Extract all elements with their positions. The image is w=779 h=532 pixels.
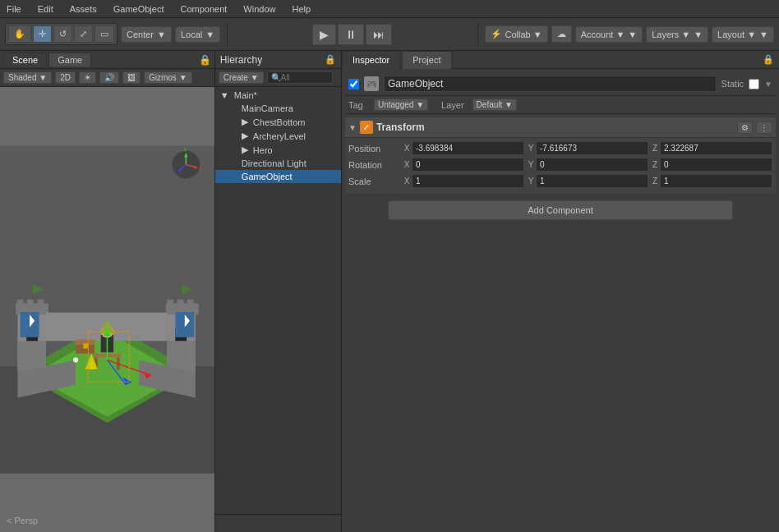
tab-game[interactable]: Game	[48, 53, 91, 66]
lighting-btn[interactable]: ☀	[79, 71, 96, 84]
center-dropdown[interactable]: Center ▼	[121, 26, 172, 43]
rotation-label: Rotation	[348, 160, 402, 170]
persp-label: < Persp	[7, 516, 38, 525]
menu-edit[interactable]: Edit	[35, 2, 57, 16]
hierarchy-toolbar: Create ▼	[215, 69, 341, 87]
position-y-input[interactable]	[536, 141, 648, 155]
svg-rect-15	[177, 300, 184, 307]
hierarchy-item-chestbottom[interactable]: ▶ ChestBottom	[215, 115, 341, 129]
tab-inspector[interactable]: Inspector	[342, 51, 400, 69]
gameobject-header: 🎮 Static ▼	[345, 72, 776, 96]
position-z-input[interactable]	[660, 141, 772, 155]
2d-button[interactable]: 2D	[55, 71, 76, 84]
rotation-xyz: X Y Z	[402, 158, 772, 172]
hierarchy-item-gameobject[interactable]: GameObject	[215, 170, 341, 183]
scene-view[interactable]: X Y Z < Persp	[0, 87, 214, 532]
svg-rect-20	[21, 312, 39, 337]
hierarchy-item-hero[interactable]: ▶ Hero	[215, 143, 341, 157]
hand-tool[interactable]: ✋	[8, 25, 31, 43]
hierarchy-item-main[interactable]: ▼ Main*	[215, 89, 341, 102]
layer-value: Default	[477, 100, 503, 109]
position-x-group: X	[402, 141, 524, 155]
hierarchy-item-maincamera[interactable]: MainCamera	[215, 102, 341, 115]
position-y-group: Y	[526, 141, 648, 155]
layout-dropdown[interactable]: Layout ▼ ▼	[712, 26, 774, 43]
menu-window[interactable]: Window	[240, 2, 279, 16]
scale-y-input[interactable]	[536, 174, 648, 188]
move-tool[interactable]: ✛	[33, 25, 52, 43]
create-dropdown[interactable]: Create ▼	[219, 71, 264, 84]
chevron-down-icon: ▼	[759, 30, 768, 39]
transform-title: Transform	[376, 122, 734, 133]
menu-gameobject[interactable]: GameObject	[110, 2, 168, 16]
scale-z-input[interactable]	[660, 174, 772, 188]
menu-assets[interactable]: Assets	[67, 2, 100, 16]
hierarchy-search[interactable]	[267, 71, 333, 84]
scale-x-input[interactable]	[412, 174, 524, 188]
chevron-down-icon: ▼	[628, 30, 637, 39]
local-label: Local	[181, 30, 202, 39]
svg-point-46	[73, 357, 78, 362]
rotate-tool[interactable]: ↺	[53, 25, 72, 43]
play-button[interactable]: ▶	[312, 24, 336, 45]
lock-icon[interactable]: 🔒	[199, 54, 211, 66]
menu-file[interactable]: File	[3, 2, 25, 16]
menu-component[interactable]: Component	[177, 2, 230, 16]
tab-project[interactable]: Project	[402, 51, 451, 69]
effects-btn[interactable]: 🖼	[122, 71, 141, 84]
tag-dropdown[interactable]: Untagged ▼	[374, 99, 428, 111]
x-label: X	[402, 144, 412, 153]
hierarchy-panel: Hierarchy 🔒 Create ▼ ▼ Main* MainCamera …	[215, 51, 342, 532]
component-settings-icon[interactable]: ⚙	[737, 122, 753, 134]
hierarchy-item-label: ChestBottom	[253, 117, 306, 127]
separator-1	[227, 23, 228, 46]
gizmos-dropdown[interactable]: Gizmos ▼	[144, 71, 192, 84]
scale-y-group: Y	[526, 174, 648, 188]
gameobject-name-input[interactable]	[384, 76, 717, 92]
hierarchy-item-archerylevel[interactable]: ▶ ArcheryLevel	[215, 129, 341, 143]
static-checkbox[interactable]	[749, 79, 759, 89]
chevron-down-icon: ▼	[157, 30, 166, 39]
scene-panel: Scene Game 🔒 Shaded ▼ 2D ☀ 🔊 🖼 Gizmos ▼	[0, 51, 215, 532]
collab-dropdown[interactable]: ⚡ Collab ▼	[485, 25, 548, 43]
transform-icon: ⤢	[360, 121, 373, 134]
hierarchy-item-label: MainCamera	[242, 103, 293, 113]
cloud-button[interactable]: ☁	[551, 25, 572, 43]
position-xyz: X Y Z	[402, 141, 772, 155]
layer-dropdown[interactable]: Default ▼	[472, 99, 517, 111]
x-label: X	[402, 177, 412, 186]
expand-arrow: ▶	[242, 144, 248, 155]
lock-icon[interactable]: 🔒	[763, 54, 774, 65]
local-dropdown[interactable]: Local ▼	[175, 26, 220, 43]
rotation-x-input[interactable]	[412, 158, 524, 172]
component-overflow-icon[interactable]: ⋮	[756, 122, 772, 134]
inspector-content: 🎮 Static ▼ Tag Untagged ▼ Layer Default …	[342, 69, 779, 532]
rect-tool[interactable]: ▭	[94, 25, 114, 43]
chevron-down-icon: ▼	[694, 30, 703, 39]
scale-tool[interactable]: ⤢	[74, 25, 93, 43]
inspector-panel: Inspector Project 🔒 🎮 Static ▼ Tag Untag…	[342, 51, 779, 532]
svg-rect-16	[187, 300, 194, 307]
menu-help[interactable]: Help	[288, 2, 314, 16]
rotation-y-input[interactable]	[536, 158, 648, 172]
component-expand-arrow[interactable]: ▼	[348, 123, 357, 132]
account-dropdown[interactable]: Account ▼ ▼	[575, 26, 643, 43]
pause-button[interactable]: ⏸	[338, 24, 364, 45]
layers-dropdown[interactable]: Layers ▼ ▼	[646, 26, 708, 43]
hierarchy-item-directionallight[interactable]: Directional Light	[215, 157, 341, 170]
layer-label: Layer	[441, 100, 464, 110]
step-button[interactable]: ⏭	[366, 24, 392, 45]
y-label: Y	[526, 177, 536, 186]
transform-fields: Position X Y Z	[345, 138, 776, 194]
rotation-z-input[interactable]	[660, 158, 772, 172]
gameobject-active-checkbox[interactable]	[348, 79, 359, 89]
position-x-input[interactable]	[412, 141, 524, 155]
shaded-dropdown[interactable]: Shaded ▼	[3, 71, 52, 84]
lock-icon[interactable]: 🔒	[325, 54, 336, 65]
separator-2	[477, 23, 478, 46]
audio-btn[interactable]: 🔊	[99, 71, 119, 84]
tab-scene[interactable]: Scene	[3, 53, 47, 66]
add-component-button[interactable]: Add Component	[388, 200, 732, 220]
tag-layer-row: Tag Untagged ▼ Layer Default ▼	[345, 96, 776, 114]
hierarchy-item-label: GameObject	[242, 172, 293, 181]
